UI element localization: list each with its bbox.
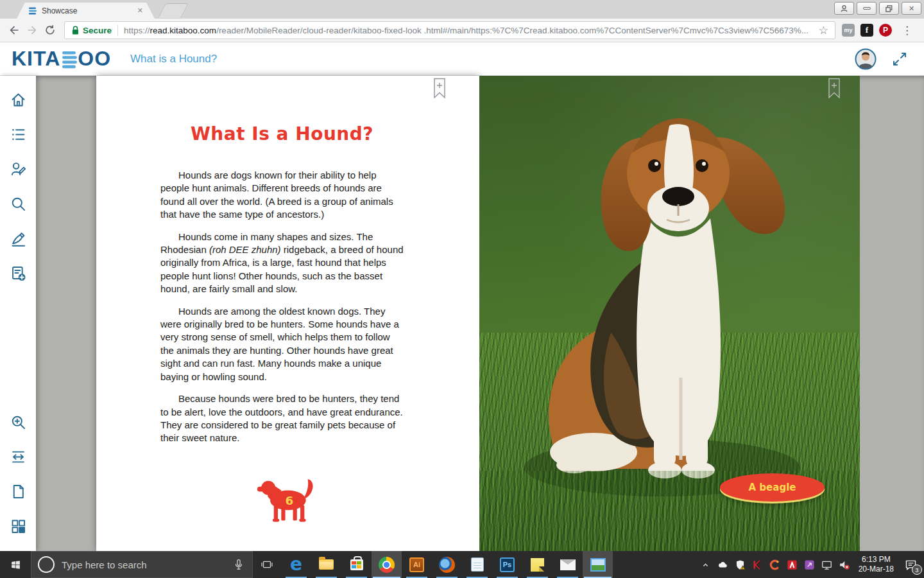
book-page-left: What Is a Hound? Hounds are dogs known f… [96, 76, 479, 551]
windows-logo-icon [10, 559, 21, 570]
logo-text-left: KITA [12, 47, 60, 71]
profile-window-button[interactable] [834, 2, 854, 15]
expand-arrows-icon [892, 51, 907, 67]
microphone-icon[interactable] [229, 558, 248, 571]
action-center-button[interactable]: 3 [901, 554, 920, 575]
document-title: What is a Hound? [130, 53, 217, 66]
clock-time: 6:13 PM [859, 555, 894, 565]
task-view-button[interactable] [253, 551, 281, 578]
adobe-icon[interactable] [785, 555, 800, 574]
taskbar-app-firefox[interactable] [432, 551, 462, 578]
logo-b-glyph [62, 51, 77, 69]
sticky-notes-icon [531, 558, 544, 572]
taskbar-app-store[interactable] [341, 551, 372, 578]
zoom-in-button[interactable] [4, 408, 31, 435]
address-bar[interactable]: Secure https://read.kitaboo.com/reader/M… [64, 21, 835, 39]
url-host: read.kitaboo.com [150, 26, 217, 35]
padlock-icon [71, 26, 80, 35]
forward-arrow-icon [26, 24, 38, 37]
search-icon [10, 195, 27, 213]
restore-icon [885, 4, 893, 13]
defender-shield-icon[interactable] [733, 555, 748, 574]
taskbar-search-input[interactable]: Type here to search [31, 551, 253, 578]
tab-close-icon[interactable]: ✕ [137, 6, 143, 15]
extension-my-icon[interactable]: my [842, 24, 855, 37]
taskbar-app-explorer[interactable] [311, 551, 341, 578]
table-of-contents-icon [10, 126, 27, 143]
close-button[interactable]: ✕ [902, 2, 921, 15]
kaspersky-icon[interactable] [750, 555, 765, 574]
back-arrow-icon [8, 24, 21, 37]
bookmark-star-icon[interactable]: ☆ [819, 24, 828, 37]
paragraph-4: Because hounds were bred to be hunters, … [160, 392, 404, 445]
photoshop-icon: Ps [500, 557, 515, 572]
extensions-row: my f P ⋮ [842, 24, 916, 37]
taskbar-app-photos[interactable] [583, 551, 613, 578]
red-dog-icon: 6 [255, 473, 317, 525]
restore-button[interactable] [879, 2, 899, 15]
notification-count-badge: 3 [912, 565, 922, 575]
search-button[interactable] [4, 190, 31, 217]
ccleaner-icon[interactable] [767, 555, 782, 574]
onedrive-cloud-icon[interactable] [715, 555, 730, 574]
tool-rail [0, 76, 36, 551]
taskbar-app-mail[interactable] [552, 551, 583, 578]
forward-button[interactable] [23, 21, 41, 39]
bookmark-plus-icon [826, 78, 842, 101]
photos-icon [590, 558, 606, 572]
taskbar-app-illustrator[interactable]: Ai [402, 551, 432, 578]
toc-button[interactable] [4, 121, 31, 148]
photo-caption-text: A beagle [749, 482, 796, 493]
display-project-icon[interactable] [819, 555, 834, 574]
search-placeholder: Type here to search [62, 559, 229, 570]
add-note-button[interactable] [4, 259, 31, 286]
taskbar-app-sticky-notes[interactable] [522, 551, 552, 578]
review-button[interactable] [4, 155, 31, 182]
volume-muted-icon[interactable] [837, 555, 851, 574]
fullscreen-expand-button[interactable] [892, 51, 907, 67]
show-hidden-icons-button[interactable] [698, 555, 713, 574]
kitaboo-logo: KITA OO [12, 47, 111, 71]
book-body-text: Hounds are dogs known for their ability … [160, 169, 404, 445]
taskbar-app-chrome[interactable] [372, 551, 402, 578]
purple-tool-icon[interactable] [802, 555, 817, 574]
new-tab-button[interactable] [158, 3, 189, 18]
fit-width-button[interactable] [4, 443, 31, 470]
avatar[interactable] [855, 48, 877, 70]
bookmark-add-button-left[interactable] [432, 78, 447, 101]
kitaboo-favicon [28, 6, 37, 15]
reader-main: What Is a Hound? Hounds are dogs known f… [0, 76, 924, 551]
taskbar-app-notepad[interactable] [462, 551, 492, 578]
start-button[interactable] [0, 551, 31, 578]
home-icon [10, 91, 27, 109]
minimize-button[interactable] [857, 2, 877, 15]
paragraph-2: Hounds come in many shapes and sizes. Th… [160, 231, 404, 296]
refresh-button[interactable] [41, 21, 59, 39]
thumbnail-view-button[interactable] [4, 512, 31, 539]
taskbar-app-photoshop[interactable]: Ps [492, 551, 522, 578]
single-page-button[interactable] [4, 478, 31, 505]
note-add-icon [10, 265, 27, 282]
home-button[interactable] [4, 86, 31, 113]
book-chapter-title: What Is a Hound? [160, 123, 404, 144]
illustrator-icon: Ai [409, 557, 424, 572]
book-page-right-photo: A beagle [479, 76, 860, 551]
chrome-icon [379, 557, 395, 573]
back-button[interactable] [5, 21, 23, 39]
microsoft-store-icon [350, 559, 363, 570]
extension-facebook-icon[interactable]: f [860, 24, 873, 37]
taskbar-clock[interactable]: 6:13 PM 20-Mar-18 [854, 555, 898, 574]
browser-menu-icon[interactable]: ⋮ [898, 24, 916, 37]
browser-tab[interactable]: Showcase ✕ [17, 3, 155, 19]
photo-caption-badge: A beagle [720, 473, 825, 502]
highlighter-button[interactable] [4, 225, 31, 252]
tab-title: Showcase [42, 6, 133, 15]
url-scheme: https:// [124, 26, 150, 35]
grid-icon [10, 518, 27, 535]
taskbar-app-edge[interactable]: e [281, 551, 311, 578]
extension-pinterest-icon[interactable]: P [879, 24, 892, 37]
page-number: 6 [285, 494, 293, 507]
bookmark-add-button-right[interactable] [826, 78, 842, 101]
url-separator [117, 25, 118, 36]
notepad-icon [471, 557, 484, 572]
